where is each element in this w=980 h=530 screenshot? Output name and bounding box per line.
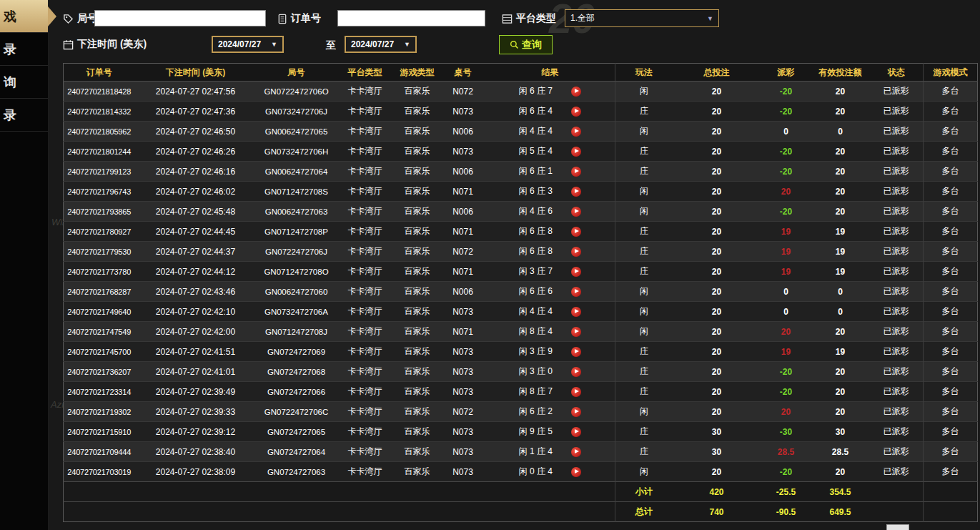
status-badge: 已派彩 [870, 382, 924, 402]
replay-play-icon[interactable] [571, 467, 581, 477]
game-type-cell: 百家乐 [394, 142, 441, 162]
bet-records-table: 订单号 下注时间 (美东) 局号 平台类型 游戏类型 桌号 结果 玩法 总投注 … [63, 63, 978, 522]
result-cell: 闲 6 庄 7 [485, 82, 615, 102]
order-id-label: 订单号 [291, 12, 321, 25]
status-badge: 已派彩 [870, 322, 924, 342]
betting-records-page: { "sidebar": { "items": [ { "label": "戏"… [0, 0, 980, 530]
game-mode-cell: 多台 [924, 462, 978, 482]
replay-play-icon[interactable] [571, 347, 581, 357]
table-no-cell: N071 [441, 262, 485, 282]
valid-bet-cell: 28.5 [811, 442, 870, 462]
table-no-cell: N073 [441, 382, 485, 402]
replay-play-icon[interactable] [571, 367, 581, 377]
play-type-cell: 庄 [615, 102, 673, 122]
total-bet-cell: 20 [673, 462, 761, 482]
round-id-cell: GN0722472706C [257, 402, 337, 422]
valid-bet-cell: 20 [811, 402, 870, 422]
order-id-cell: 240727021745700 [64, 342, 135, 362]
payout-cell: 19 [761, 222, 811, 242]
valid-bet-cell: 0 [811, 122, 870, 142]
sidebar-item-game[interactable]: 戏 [0, 0, 48, 33]
result-text: 闲 6 庄 2 [519, 406, 553, 418]
result-cell: 闲 6 庄 8 [485, 222, 615, 242]
order-id-cell: 240727021818428 [64, 82, 135, 102]
payout-cell: 20 [761, 322, 811, 342]
status-badge: 已派彩 [870, 182, 924, 202]
round-id-cell: GN0722472706J [257, 242, 337, 262]
table-no-cell: N073 [441, 442, 485, 462]
table-no-cell: N072 [441, 242, 485, 262]
date-range-to-label: 至 [326, 37, 336, 54]
main-content: 20 Will Aziz 局号 订单号 平台类型 1.全部 ▼ [49, 0, 980, 530]
pagination-stub[interactable] [886, 524, 909, 530]
game-type-cell: 百家乐 [394, 262, 441, 282]
replay-play-icon[interactable] [571, 287, 581, 297]
order-id-input[interactable] [337, 10, 485, 26]
replay-play-icon[interactable] [571, 127, 581, 137]
replay-play-icon[interactable] [571, 447, 581, 457]
round-id-cell: GN0724727069 [257, 342, 337, 362]
chevron-down-icon: ▼ [271, 41, 277, 48]
game-type-cell: 百家乐 [394, 442, 441, 462]
calendar-icon [63, 39, 74, 50]
platform-type-select[interactable]: 1.全部 ▼ [565, 9, 719, 27]
result-cell: 闲 8 庄 4 [485, 322, 615, 342]
game-mode-cell: 多台 [924, 82, 978, 102]
bet-time-cell: 2024-07-27 02:41:51 [135, 342, 257, 362]
game-type-cell: 百家乐 [394, 242, 441, 262]
platform-cell: 卡卡湾厅 [337, 302, 394, 322]
round-id-input[interactable] [94, 10, 266, 26]
play-type-cell: 闲 [615, 302, 673, 322]
payout-cell: -20 [761, 362, 811, 382]
game-mode-cell: 多台 [924, 402, 978, 422]
table-no-cell: N006 [441, 282, 485, 302]
sidebar-item-record-2[interactable]: 录 [0, 99, 48, 132]
replay-play-icon[interactable] [571, 407, 581, 417]
result-cell: 闲 4 庄 4 [485, 122, 615, 142]
date-from-select[interactable]: 2024/07/27 ▼ [212, 36, 284, 53]
table-row: 240727021745700 2024-07-27 02:41:51 GN07… [64, 342, 978, 362]
result-text: 闲 3 庄 9 [519, 345, 553, 358]
replay-play-icon[interactable] [571, 267, 581, 277]
result-cell: 闲 5 庄 4 [485, 142, 615, 162]
replay-play-icon[interactable] [571, 247, 581, 257]
total-bet-cell: 20 [673, 322, 761, 342]
bet-time-cell: 2024-07-27 02:45:48 [135, 202, 257, 222]
table-no-cell: N073 [441, 142, 485, 162]
table-no-cell: N006 [441, 202, 485, 222]
platform-cell: 卡卡湾厅 [337, 362, 394, 382]
game-mode-cell: 多台 [924, 122, 978, 142]
table-no-cell: N071 [441, 182, 485, 202]
table-row: 240727021768287 2024-07-27 02:43:46 GN00… [64, 282, 978, 302]
result-cell: 闲 6 庄 6 [485, 282, 615, 302]
valid-bet-cell: 19 [811, 262, 870, 282]
replay-play-icon[interactable] [571, 187, 581, 197]
replay-play-icon[interactable] [571, 87, 581, 97]
sidebar-item-record-1[interactable]: 录 [0, 33, 48, 66]
replay-play-icon[interactable] [571, 147, 581, 157]
game-mode-cell: 多台 [924, 442, 978, 462]
status-badge: 已派彩 [870, 442, 924, 462]
replay-play-icon[interactable] [571, 167, 581, 177]
valid-bet-cell: 20 [811, 382, 870, 402]
query-button[interactable]: 查询 [499, 35, 553, 54]
date-to-select[interactable]: 2024/07/27 ▼ [345, 36, 417, 53]
table-row: 240727021723314 2024-07-27 02:39:49 GN07… [64, 382, 978, 402]
replay-play-icon[interactable] [571, 327, 581, 337]
query-button-label: 查询 [522, 39, 542, 51]
table-body: 240727021818428 2024-07-27 02:47:56 GN07… [64, 82, 978, 482]
replay-play-icon[interactable] [571, 307, 581, 317]
replay-play-icon[interactable] [571, 227, 581, 237]
result-text: 闲 6 庄 6 [519, 285, 553, 298]
total-bet-cell: 20 [673, 342, 761, 362]
order-id-cell: 240727021719302 [64, 402, 135, 422]
round-id-cell: GN0712472708P [257, 222, 337, 242]
replay-play-icon[interactable] [571, 387, 581, 397]
valid-bet-cell: 20 [811, 142, 870, 162]
bet-time-cell: 2024-07-27 02:39:49 [135, 382, 257, 402]
replay-play-icon[interactable] [571, 107, 581, 117]
order-id-cell: 240727021780927 [64, 222, 135, 242]
replay-play-icon[interactable] [571, 207, 581, 217]
replay-play-icon[interactable] [571, 427, 581, 437]
sidebar-item-query[interactable]: 询 [0, 66, 48, 99]
